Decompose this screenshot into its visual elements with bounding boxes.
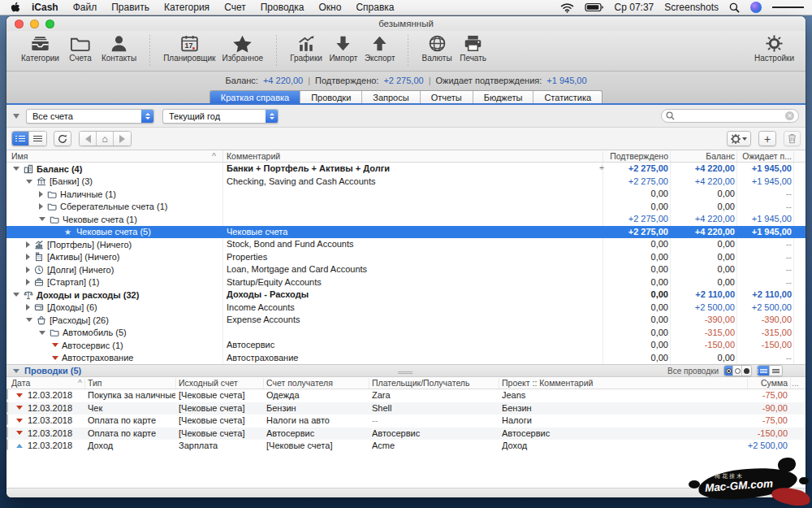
col-source[interactable]: Исходный счет [179, 378, 238, 388]
transaction-checkbox[interactable] [6, 389, 8, 400]
account-row[interactable]: ★Чековые счета (5)Чековые счета+2 275,00… [6, 226, 806, 239]
tab-5[interactable]: Бюджеты [473, 91, 534, 103]
transaction-checkbox[interactable] [6, 427, 8, 438]
section-collapse-icon[interactable] [13, 369, 19, 373]
menu-clock[interactable]: Ср 07:37 [615, 2, 654, 13]
flat-view-button[interactable] [29, 132, 46, 145]
account-row[interactable]: АвтострахованиеАвтострахование0,000,00-- [6, 352, 806, 365]
col-amount[interactable]: Сумма [721, 378, 788, 388]
delete-button[interactable] [784, 131, 801, 146]
expense-marker-icon[interactable] [52, 356, 58, 360]
disclosure-closed-icon[interactable] [39, 203, 43, 210]
col-more[interactable]: ... [792, 378, 799, 388]
transaction-checkbox[interactable] [6, 439, 8, 450]
col-target[interactable]: Счет получателя [266, 378, 333, 388]
col-payee[interactable]: Плательщик/Получатель [372, 378, 469, 388]
toolbar-arrow-down-button[interactable]: Импорт [326, 33, 361, 63]
toolbar-calendar-button[interactable]: 17Планировщик [160, 33, 218, 63]
col-pending[interactable]: Ожидает п... [736, 151, 792, 161]
account-row[interactable]: [Доходы] (6)Income Accounts0,00+2 500,00… [6, 302, 806, 315]
transaction-row[interactable]: 12.03.2018Чек[Чековые счета]БензинShellБ… [6, 402, 806, 415]
toolbar-person-button[interactable]: Контакты [98, 33, 140, 63]
tab-4[interactable]: Отчеты [421, 91, 473, 103]
disclosure-closed-icon[interactable] [26, 241, 30, 248]
toolbar-folder-button[interactable]: Счета [63, 33, 98, 63]
home-button[interactable]: ⌂ [97, 132, 114, 145]
notification-center-icon[interactable] [772, 5, 804, 10]
menu-extra-app[interactable]: Screenshots [664, 2, 719, 13]
spotlight-search-icon[interactable] [729, 2, 740, 13]
menu-item[interactable]: Окно [319, 2, 342, 13]
transaction-row[interactable]: 12.03.2018Оплата по карте[Чековые счета]… [6, 428, 806, 441]
account-row[interactable]: Баланс (4)Банки + Портфель + Активы + До… [6, 163, 806, 176]
account-row[interactable]: [Долги] (Ничего)Loan, Mortgage and Card … [6, 263, 806, 276]
siri-icon[interactable] [750, 2, 762, 13]
search-input[interactable] [677, 111, 783, 121]
search-field[interactable]: ✕ [661, 109, 799, 123]
col-type[interactable]: Тип [88, 378, 102, 388]
filter-confirmed-radio-button[interactable] [742, 366, 751, 376]
transaction-row[interactable]: 12.03.2018Оплата по карте[Чековые счета]… [6, 415, 806, 428]
disclosure-open-icon[interactable] [13, 293, 19, 297]
account-row[interactable]: Чековые счета (1)+2 275,00+4 220,00+1 94… [6, 213, 806, 226]
account-row[interactable]: [Банки] (3)Checking, Saving and Cash Acc… [6, 176, 806, 189]
menu-item[interactable]: Проводка [261, 2, 304, 13]
outline-view-button[interactable] [12, 132, 29, 145]
splitter-grip[interactable] [398, 370, 412, 376]
col-date[interactable]: Дата [11, 378, 30, 388]
disclosure-closed-icon[interactable] [26, 267, 30, 273]
toolbar-arrow-up-button[interactable]: Экспорт [361, 33, 399, 63]
back-button[interactable] [80, 132, 97, 145]
disclosure-open-icon[interactable] [26, 318, 32, 322]
toolbar-gear-button[interactable]: Настройки [751, 33, 797, 63]
tab-2[interactable]: Проводки [300, 91, 362, 103]
add-button[interactable]: + [758, 131, 776, 146]
account-row[interactable]: Сберегательные счета (1)0,000,00-- [6, 201, 806, 214]
toolbar-chart-button[interactable]: Графики [287, 33, 326, 63]
menu-item[interactable]: Справка [356, 2, 394, 13]
col-balance[interactable]: Баланс [670, 151, 735, 161]
menu-item[interactable]: Счет [224, 2, 246, 13]
disclosure-closed-icon[interactable] [26, 254, 30, 260]
tab-1[interactable]: Краткая справка [210, 91, 300, 103]
disclosure-closed-icon[interactable] [26, 304, 30, 310]
toolbar-star-button[interactable]: Избранное [218, 33, 266, 63]
battery-icon[interactable] [585, 2, 604, 12]
filter-pending-radio-button[interactable] [733, 366, 742, 376]
account-row[interactable]: Доходы и расходы (32)Доходы - Расходы0,0… [6, 289, 806, 302]
account-row[interactable]: [Расходы] (26)Expense Accounts0,00-390,0… [6, 314, 806, 327]
col-comment[interactable]: Комментарий [227, 151, 280, 161]
col-project[interactable]: Проект :: Комментарий [502, 378, 593, 388]
filter-all-radio-button[interactable] [724, 366, 733, 376]
account-row[interactable]: [Портфель] (Ничего)Stock, Bond and Fund … [6, 238, 806, 251]
account-row[interactable]: [Стартап] (1)Startup/Equity Accounts0,00… [6, 276, 806, 289]
accounts-filter-dropdown[interactable]: Все счета [26, 109, 154, 124]
wifi-icon[interactable] [560, 2, 574, 13]
menu-app-name[interactable]: iCash [32, 2, 58, 13]
forward-button[interactable] [114, 132, 131, 145]
transaction-checkbox[interactable] [6, 402, 8, 413]
account-row[interactable]: [Активы] (Ничего)Properties0,000,00-- [6, 251, 806, 264]
col-confirmed[interactable]: Подтверждено [606, 151, 668, 161]
disclosure-open-icon[interactable] [26, 180, 32, 184]
transaction-checkbox[interactable] [6, 414, 8, 425]
menu-item[interactable]: Править [111, 2, 149, 13]
account-row[interactable]: Автомобиль (5)0,00-315,00-315,00 [6, 327, 806, 340]
account-row[interactable]: Наличные (1)0,000,00-- [6, 188, 806, 201]
plain-list-view-button[interactable] [770, 366, 782, 376]
tab-3[interactable]: Запросы [362, 91, 420, 103]
detail-list-view-button[interactable] [758, 366, 770, 376]
disclosure-closed-icon[interactable] [26, 279, 30, 285]
disclosure-open-icon[interactable] [39, 217, 45, 221]
menu-item[interactable]: Категория [164, 2, 209, 13]
search-clear-icon[interactable]: ✕ [785, 111, 794, 120]
disclosure-open-icon[interactable] [39, 331, 45, 335]
apple-menu-icon[interactable] [10, 2, 20, 14]
transaction-row[interactable]: 12.03.2018ДоходЗарплата[Чековые счета]Ac… [6, 440, 806, 453]
menu-item[interactable]: Файл [73, 2, 97, 13]
toolbar-tray-button[interactable]: Категории [18, 33, 63, 63]
expense-marker-icon[interactable] [52, 343, 58, 347]
disclosure-open-icon[interactable] [13, 167, 19, 171]
transaction-row[interactable]: 12.03.2018Покупка за наличные[Чековые сч… [6, 389, 806, 402]
period-filter-dropdown[interactable]: Текущий год [162, 109, 279, 124]
